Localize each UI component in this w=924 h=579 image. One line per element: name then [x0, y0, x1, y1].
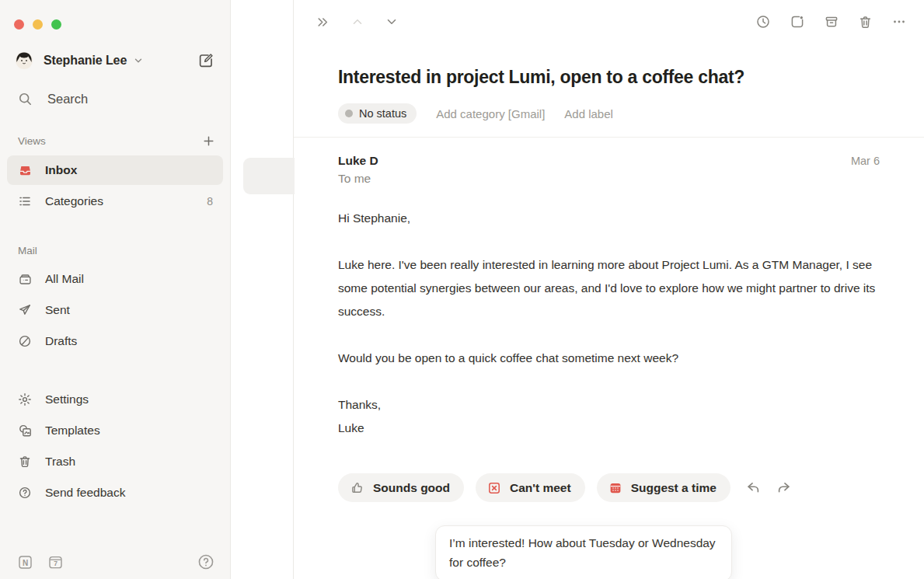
body-paragraph: Would you be open to a quick coffee chat… [338, 347, 880, 370]
draft-icon [17, 334, 33, 348]
sidebar-footer: N 7 [17, 553, 214, 570]
add-category-chip[interactable]: Add category [Gmail] [436, 107, 545, 120]
sender-name: Luke D [338, 154, 378, 168]
svg-text:7: 7 [54, 560, 58, 567]
body-paragraph: Luke here. I've been really interested i… [338, 253, 880, 323]
body-paragraph: Luke [338, 417, 880, 440]
sidebar-item-drafts[interactable]: Drafts [7, 326, 223, 357]
unread-square-dot-icon [790, 14, 805, 30]
mark-unread-button[interactable] [788, 12, 807, 31]
sidebar-item-label: All Mail [45, 272, 84, 286]
snooze-button[interactable] [754, 12, 772, 31]
gear-icon [17, 392, 33, 406]
sidebar-item-trash[interactable]: Trash [7, 446, 223, 477]
more-options-button[interactable] [890, 12, 908, 31]
plus-icon [203, 135, 214, 147]
trash-icon [858, 15, 873, 30]
message-list-item-peek[interactable] [243, 158, 295, 194]
forward-button[interactable] [774, 478, 793, 497]
sidebar-item-label: Inbox [45, 163, 77, 177]
quick-reply-label: Suggest a time [631, 481, 717, 495]
sidebar-item-inbox[interactable]: Inbox [7, 155, 223, 185]
search-input[interactable]: Search [18, 92, 216, 106]
message-list-collapsed [231, 0, 294, 579]
quick-reply-cant-meet-button[interactable]: Can't meet [476, 473, 585, 502]
zoom-window-button[interactable] [51, 19, 61, 30]
add-view-button[interactable] [203, 135, 214, 147]
compose-icon [197, 52, 214, 69]
email-subject: Interested in project Lumi, open to a co… [338, 64, 880, 90]
archive-button[interactable] [822, 12, 841, 31]
account-switcher[interactable]: Stephanie Lee [14, 51, 214, 71]
double-chevron-right-icon [316, 15, 330, 30]
archive-icon [824, 14, 839, 30]
delete-button[interactable] [856, 13, 874, 31]
recipient-line[interactable]: To me [338, 172, 880, 186]
quick-reply-sounds-good-button[interactable]: Sounds good [338, 473, 464, 502]
email-message: Luke D Mar 6 To me Hi Stephanie, Luke he… [294, 138, 924, 579]
views-section-label: Views [18, 135, 46, 147]
sidebar-item-send-feedback[interactable]: Send feedback [7, 477, 223, 508]
thumbs-up-icon [350, 480, 364, 495]
chevron-down-icon [134, 56, 143, 65]
minimize-window-button[interactable] [33, 19, 43, 30]
quick-reply-actions: Sounds good Can't meet [338, 473, 880, 502]
sidebar-item-sent[interactable]: Sent [7, 295, 223, 326]
compose-button[interactable] [197, 52, 214, 69]
sidebar-item-label: Send feedback [45, 486, 125, 500]
all-mail-icon [17, 272, 33, 287]
search-placeholder: Search [47, 92, 88, 106]
window-controls [0, 0, 230, 30]
quick-reply-suggest-time-button[interactable]: Suggest a time [597, 473, 730, 502]
clock-icon [755, 14, 771, 30]
status-dot-icon [345, 110, 353, 117]
email-toolbar [294, 0, 924, 44]
ellipsis-icon [891, 14, 907, 30]
inbox-icon [17, 163, 33, 178]
sidebar-item-categories[interactable]: Categories 8 [7, 187, 223, 216]
sidebar-item-label: Sent [45, 303, 70, 317]
chevron-down-icon [385, 15, 399, 29]
sidebar-item-label: Trash [45, 455, 75, 469]
status-chip-label: No status [359, 107, 406, 120]
sidebar-item-label: Templates [45, 424, 100, 438]
email-header: Interested in project Lumi, open to a co… [294, 44, 924, 138]
sidebar-item-settings[interactable]: Settings [7, 384, 223, 415]
notion-app-button[interactable]: N [17, 554, 33, 570]
account-name: Stephanie Lee [44, 54, 127, 68]
sidebar-item-templates[interactable]: Templates [7, 415, 223, 446]
expand-panel-button[interactable] [314, 13, 332, 31]
sidebar-item-all-mail[interactable]: All Mail [7, 263, 223, 295]
templates-icon [17, 424, 33, 438]
views-section-header: Views [18, 135, 214, 147]
notion-logo-icon: N [17, 554, 33, 570]
sidebar-item-label: Categories [45, 194, 103, 208]
chevron-up-icon [350, 15, 364, 29]
previous-email-button[interactable] [349, 13, 366, 30]
help-icon [197, 553, 214, 570]
mail-section-label: Mail [18, 245, 37, 256]
list-icon [17, 194, 33, 208]
sidebar-item-label: Drafts [45, 334, 77, 348]
x-square-icon [487, 481, 501, 495]
suggested-reply-tooltip[interactable]: I’m interested! How about Tuesday or Wed… [435, 525, 732, 579]
body-paragraph: Hi Stephanie, [338, 207, 880, 230]
body-paragraph: Thanks, [338, 393, 880, 417]
categories-count-badge: 8 [207, 195, 213, 208]
quick-reply-label: Can't meet [510, 481, 571, 495]
svg-text:N: N [23, 558, 28, 567]
close-window-button[interactable] [14, 19, 24, 30]
add-label-chip[interactable]: Add label [564, 107, 613, 120]
trash-icon [17, 455, 33, 469]
help-menu-button[interactable] [197, 553, 214, 570]
reply-button[interactable] [744, 478, 763, 497]
status-chip[interactable]: No status [338, 103, 417, 124]
email-reading-pane: Interested in project Lumi, open to a co… [294, 0, 924, 579]
next-email-button[interactable] [383, 13, 400, 30]
search-icon [18, 92, 33, 106]
send-icon [17, 303, 33, 317]
calendar-app-button[interactable]: 7 [47, 554, 64, 570]
calendar-7-icon: 7 [47, 554, 64, 570]
avatar [14, 51, 34, 71]
reply-icon [745, 480, 762, 496]
